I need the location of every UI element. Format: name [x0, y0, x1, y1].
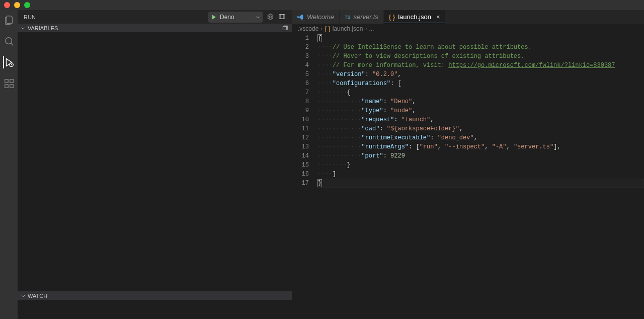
- breadcrumb-folder[interactable]: .vscode: [298, 25, 318, 32]
- code-key: "name": [361, 98, 383, 105]
- code-comment: // For more information, visit:: [333, 62, 448, 69]
- close-window-button[interactable]: [4, 2, 10, 8]
- explorer-icon[interactable]: [3, 14, 15, 26]
- json-icon: { }: [325, 25, 330, 32]
- variables-section-header[interactable]: VARIABLES: [18, 24, 292, 32]
- code-string: "-A": [492, 143, 507, 150]
- svg-marker-8: [212, 15, 216, 19]
- watch-section-header[interactable]: WATCH: [18, 291, 292, 300]
- svg-point-0: [5, 38, 12, 44]
- title-bar: [0, 0, 644, 10]
- run-header: RUN Deno: [18, 10, 292, 24]
- tab-welcome[interactable]: Welcome: [292, 10, 340, 24]
- debug-console-icon[interactable]: [278, 13, 286, 21]
- close-tab-icon[interactable]: ×: [436, 13, 440, 21]
- code-key: "configurations": [333, 80, 390, 87]
- breadcrumb-separator: ›: [320, 25, 323, 32]
- variables-content: [18, 32, 292, 291]
- vscode-icon: [297, 14, 304, 21]
- code-content[interactable]: { ····// Use IntelliSense to learn about…: [318, 34, 644, 319]
- code-editor[interactable]: 12345678 91011121314151617 { ····// Use …: [292, 34, 644, 319]
- breadcrumb-separator: ›: [365, 25, 367, 32]
- code-string: "node": [390, 107, 412, 114]
- svg-line-1: [11, 43, 13, 46]
- svg-rect-10: [279, 15, 285, 19]
- code-string: "${workspaceFolder}": [387, 125, 459, 132]
- code-string: "deno_dev": [438, 134, 474, 141]
- breadcrumb[interactable]: .vscode › { } launch.json › ...: [292, 24, 644, 34]
- svg-rect-11: [281, 15, 283, 19]
- code-key: "request": [361, 116, 394, 123]
- activity-bar: [0, 10, 18, 319]
- json-icon: { }: [389, 13, 395, 21]
- maximize-window-button[interactable]: [24, 2, 30, 8]
- gear-icon[interactable]: [267, 13, 274, 21]
- tab-label: Welcome: [307, 13, 334, 21]
- svg-rect-12: [283, 26, 286, 30]
- start-debug-icon[interactable]: [211, 14, 217, 20]
- svg-rect-7: [10, 85, 13, 88]
- code-string: "launch": [401, 116, 431, 123]
- code-link[interactable]: https://go.microsoft.com/fwlink/?linkid=…: [448, 62, 615, 69]
- run-config-name: Deno: [220, 14, 252, 21]
- code-key: "version": [333, 71, 365, 78]
- chevron-down-icon[interactable]: [255, 15, 260, 20]
- run-config-selector[interactable]: Deno: [208, 12, 263, 23]
- svg-marker-2: [6, 59, 12, 66]
- code-string: "server.ts": [514, 143, 553, 150]
- code-key: "runtimeArgs": [361, 143, 409, 150]
- code-comment: // Use IntelliSense to learn about possi…: [333, 44, 532, 51]
- tab-label: launch.json: [398, 13, 431, 21]
- code-text: {: [317, 34, 322, 42]
- watch-label: WATCH: [28, 293, 47, 299]
- run-title: RUN: [24, 14, 36, 20]
- run-sidebar: RUN Deno: [18, 10, 292, 319]
- svg-rect-5: [10, 79, 13, 83]
- minimize-window-button[interactable]: [14, 2, 20, 8]
- chevron-down-icon: [21, 293, 26, 298]
- breadcrumb-trail[interactable]: ...: [369, 25, 374, 32]
- tab-server[interactable]: TS server.ts: [340, 10, 384, 24]
- ts-icon: TS: [345, 15, 351, 20]
- editor-area: Welcome TS server.ts { } launch.json × .…: [292, 10, 644, 319]
- run-debug-icon[interactable]: [3, 56, 15, 68]
- code-key: "runtimeExecutable": [361, 134, 430, 141]
- svg-rect-6: [5, 85, 8, 88]
- breadcrumb-file[interactable]: launch.json: [333, 25, 363, 32]
- line-numbers: 12345678 91011121314151617: [292, 34, 318, 319]
- code-number: 9229: [390, 152, 405, 160]
- extensions-icon[interactable]: [3, 77, 15, 90]
- code-string: "--inspect": [445, 143, 485, 150]
- tab-launch[interactable]: { } launch.json ×: [384, 10, 446, 24]
- chevron-down-icon: [21, 26, 26, 31]
- code-key: "cwd": [361, 125, 379, 132]
- svg-point-9: [270, 16, 272, 18]
- code-string: "run": [420, 143, 438, 150]
- tab-label: server.ts: [353, 13, 378, 21]
- collapse-icon[interactable]: [282, 25, 289, 32]
- editor-tabs: Welcome TS server.ts { } launch.json ×: [292, 10, 644, 24]
- code-comment: // Hover to view descriptions of existin…: [333, 53, 525, 60]
- code-string: "Deno": [390, 98, 412, 105]
- variables-label: VARIABLES: [28, 25, 58, 31]
- code-key: "type": [361, 107, 383, 114]
- svg-rect-4: [5, 79, 8, 83]
- search-icon[interactable]: [3, 35, 15, 47]
- code-string: "0.2.0": [372, 71, 397, 78]
- code-key: "port": [361, 152, 383, 160]
- watch-content: [18, 300, 292, 319]
